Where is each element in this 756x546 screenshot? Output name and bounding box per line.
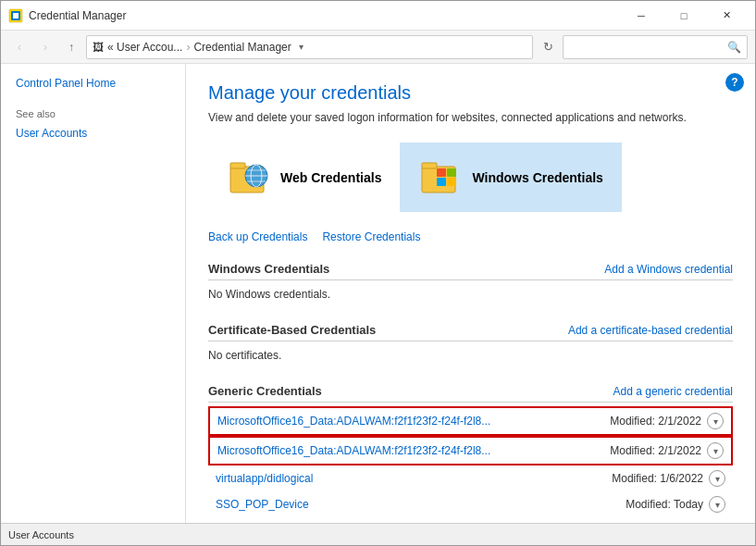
- action-links-row: Back up Credentials Restore Credentials: [208, 230, 733, 243]
- breadcrumb-link: « User Accou...: [107, 41, 182, 54]
- section-empty-text: No Windows credentials.: [208, 284, 733, 308]
- statusbar-label: User Accounts: [8, 529, 74, 540]
- credential-type-tabs: Web Credentials: [208, 143, 733, 212]
- up-button[interactable]: ↑: [60, 36, 82, 58]
- expand-chevron-icon[interactable]: ▾: [709, 470, 725, 487]
- sidebar-item-control-panel-home[interactable]: Control Panel Home: [1, 73, 185, 93]
- expand-chevron-icon[interactable]: ▾: [707, 413, 724, 429]
- credential-row[interactable]: virtualapp/didlogicalModified: 1/6/2022▾: [208, 465, 733, 491]
- svg-rect-2: [13, 13, 19, 19]
- back-button[interactable]: ‹: [8, 36, 31, 58]
- breadcrumb-separator: ›: [186, 41, 190, 54]
- search-input[interactable]: [569, 41, 727, 54]
- credential-modified: Modified: 2/1/2022▾: [610, 442, 724, 459]
- svg-rect-4: [230, 163, 245, 168]
- modified-date: Modified: 1/6/2022: [612, 472, 703, 485]
- forward-button[interactable]: ›: [34, 36, 56, 58]
- breadcrumb-dropdown-icon[interactable]: ▾: [299, 42, 304, 52]
- breadcrumb-current: Credential Manager: [193, 41, 291, 54]
- web-credentials-tab[interactable]: Web Credentials: [208, 143, 400, 212]
- main-area: Control Panel Home See also User Account…: [1, 64, 755, 523]
- section-title: Windows Credentials: [208, 262, 329, 276]
- section-title: Generic Credentials: [208, 384, 322, 398]
- section-header: Windows CredentialsAdd a Windows credent…: [208, 262, 733, 280]
- restore-credentials-link[interactable]: Restore Credentials: [322, 230, 420, 243]
- svg-rect-12: [437, 168, 446, 177]
- search-icon[interactable]: 🔍: [727, 41, 741, 54]
- svg-rect-11: [422, 163, 437, 168]
- credential-name: virtualapp/didlogical: [216, 472, 612, 485]
- content-area: ? Manage your credentials View and delet…: [186, 64, 755, 523]
- modified-date: Modified: 2/1/2022: [610, 444, 701, 457]
- section-header: Generic CredentialsAdd a generic credent…: [208, 384, 733, 403]
- credential-section: Certificate-Based CredentialsAdd a certi…: [208, 323, 733, 369]
- maximize-button[interactable]: □: [663, 1, 705, 31]
- backup-credentials-link[interactable]: Back up Credentials: [208, 230, 307, 243]
- page-subtitle: View and delete your saved logon informa…: [208, 111, 733, 124]
- statusbar: User Accounts: [1, 523, 755, 545]
- credential-modified: Modified: 1/6/2022▾: [612, 470, 725, 487]
- credential-row[interactable]: MicrosoftOffice16_Data:ADALWAM:f2f1f23f2…: [208, 406, 733, 436]
- sidebar: Control Panel Home See also User Account…: [1, 64, 186, 523]
- credential-name: MicrosoftOffice16_Data:ADALWAM:f2f1f23f2…: [217, 444, 610, 457]
- credential-name: MicrosoftOffice16_Data:ADALWAM:f2f1f23f2…: [217, 415, 610, 428]
- section-empty-text: No certificates.: [208, 345, 733, 369]
- modified-date: Modified: 2/1/2022: [610, 415, 701, 428]
- credential-name: SSO_POP_Device: [216, 498, 626, 511]
- sections-container: Windows CredentialsAdd a Windows credent…: [208, 262, 733, 517]
- credential-row[interactable]: SSO_POP_DeviceModified: Today▾: [208, 491, 733, 517]
- svg-rect-15: [447, 178, 456, 186]
- sidebar-see-also-label: See also: [1, 93, 185, 123]
- sidebar-item-user-accounts[interactable]: User Accounts: [1, 123, 185, 143]
- window: Credential Manager ─ □ ✕ ‹ › ↑ 🖼 « User …: [0, 0, 756, 546]
- help-button[interactable]: ?: [725, 73, 744, 92]
- credential-modified: Modified: 2/1/2022▾: [610, 413, 724, 429]
- credential-section: Generic CredentialsAdd a generic credent…: [208, 384, 733, 517]
- window-title: Credential Manager: [29, 9, 620, 22]
- credential-modified: Modified: Today▾: [626, 496, 725, 513]
- app-icon: [8, 8, 23, 23]
- svg-rect-13: [447, 168, 456, 177]
- breadcrumb-bar[interactable]: 🖼 « User Accou... › Credential Manager ▾: [86, 35, 533, 59]
- svg-rect-14: [437, 178, 446, 186]
- modified-date: Modified: Today: [626, 498, 703, 511]
- windows-credentials-tab[interactable]: Windows Credentials: [400, 143, 621, 212]
- breadcrumb-icon: 🖼: [93, 41, 104, 54]
- credential-section: Windows CredentialsAdd a Windows credent…: [208, 262, 733, 308]
- section-title: Certificate-Based Credentials: [208, 323, 376, 337]
- windows-credentials-label: Windows Credentials: [472, 170, 602, 185]
- search-bar: 🔍: [563, 35, 748, 59]
- web-credentials-icon: [227, 154, 271, 201]
- section-add-action[interactable]: Add a Windows credential: [604, 263, 733, 276]
- window-controls: ─ □ ✕: [620, 1, 748, 31]
- section-add-action[interactable]: Add a generic credential: [613, 385, 733, 398]
- section-add-action[interactable]: Add a certificate-based credential: [568, 324, 733, 337]
- close-button[interactable]: ✕: [705, 1, 748, 31]
- web-credentials-label: Web Credentials: [280, 170, 381, 185]
- section-header: Certificate-Based CredentialsAdd a certi…: [208, 323, 733, 341]
- addressbar: ‹ › ↑ 🖼 « User Accou... › Credential Man…: [1, 31, 755, 64]
- titlebar: Credential Manager ─ □ ✕: [1, 1, 755, 31]
- minimize-button[interactable]: ─: [620, 1, 663, 31]
- page-title: Manage your credentials: [208, 82, 733, 104]
- credential-row[interactable]: MicrosoftOffice16_Data:ADALWAM:f2f1f23f2…: [208, 436, 733, 465]
- windows-credentials-icon: [418, 154, 463, 201]
- refresh-button[interactable]: ↻: [537, 36, 559, 58]
- expand-chevron-icon[interactable]: ▾: [707, 442, 724, 459]
- expand-chevron-icon[interactable]: ▾: [709, 496, 725, 513]
